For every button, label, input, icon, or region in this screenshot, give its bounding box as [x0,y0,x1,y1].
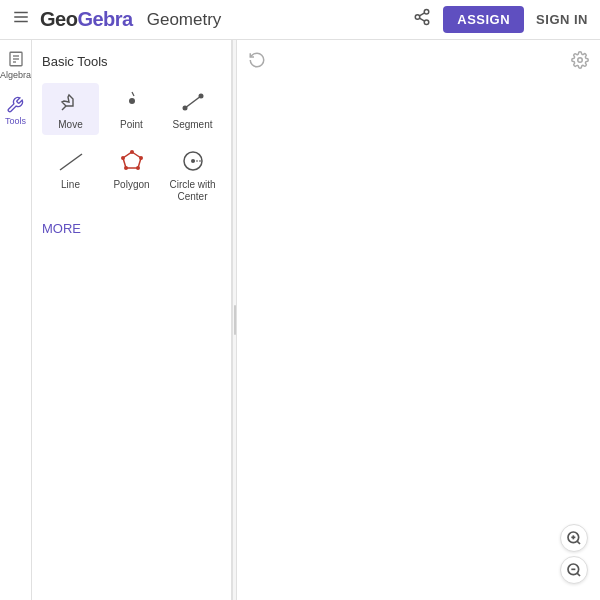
tool-point-label: Point [120,119,143,131]
tool-line-label: Line [61,179,80,191]
logo-gebra: Gebra [77,8,132,30]
canvas-toolbar [245,48,269,72]
svg-point-14 [182,106,187,111]
move-icon [57,87,85,115]
menu-icon[interactable] [12,8,30,31]
point-icon [118,87,146,115]
assign-button[interactable]: ASSIGN [443,6,524,33]
svg-line-13 [185,96,201,108]
header: GeoGebra Geometry ASSIGN SIGN IN [0,0,600,40]
app-title: Geometry [147,10,222,30]
svg-point-19 [139,156,143,160]
svg-line-7 [420,13,425,16]
signin-button[interactable]: SIGN IN [536,12,588,27]
svg-line-16 [60,154,82,170]
settings-button[interactable] [568,48,592,72]
tool-move[interactable]: Move [42,83,99,135]
svg-marker-17 [123,152,141,168]
undo-button[interactable] [245,48,269,72]
tools-panel: Basic Tools Move [32,40,232,600]
tools-grid: Move Point [42,83,221,207]
svg-point-15 [198,94,203,99]
tool-circle-center[interactable]: Circle with Center [164,143,221,207]
segment-icon [179,87,207,115]
zoom-out-button[interactable] [560,556,588,584]
svg-point-12 [129,98,135,104]
circle-center-icon [179,147,207,175]
tool-polygon[interactable]: Polygon [103,143,160,207]
svg-point-5 [425,20,430,25]
canvas-area[interactable] [237,40,600,600]
sidebar-item-tools[interactable]: Tools [5,96,26,126]
tool-circle-center-label: Circle with Center [166,179,219,203]
main-layout: Algebra Tools Basic Tools Move [0,40,600,600]
svg-point-20 [136,166,140,170]
tool-segment-label: Segment [172,119,212,131]
logo-geo: Geo [40,8,77,30]
tool-point[interactable]: Point [103,83,160,135]
logo: GeoGebra [40,8,133,31]
svg-line-28 [577,541,580,544]
tools-panel-title: Basic Tools [42,54,221,69]
zoom-controls [560,524,588,584]
more-link[interactable]: MORE [42,221,81,236]
svg-point-3 [425,10,430,15]
share-icon[interactable] [413,8,431,31]
tool-move-label: Move [58,119,82,131]
line-icon [57,147,85,175]
svg-line-6 [420,18,425,21]
sidebar-item-algebra[interactable]: Algebra [0,50,31,80]
tool-line[interactable]: Line [42,143,99,207]
svg-point-21 [124,166,128,170]
svg-point-4 [416,15,421,20]
tool-polygon-label: Polygon [113,179,149,191]
svg-point-22 [121,156,125,160]
svg-line-32 [577,573,580,576]
sidebar-tools-label: Tools [5,116,26,126]
polygon-icon [118,147,146,175]
zoom-in-button[interactable] [560,524,588,552]
svg-point-18 [130,150,134,154]
svg-point-26 [578,58,583,63]
sidebar-algebra-label: Algebra [0,70,31,80]
sidebar: Algebra Tools [0,40,32,600]
tool-segment[interactable]: Segment [164,83,221,135]
header-actions: ASSIGN SIGN IN [413,6,588,33]
